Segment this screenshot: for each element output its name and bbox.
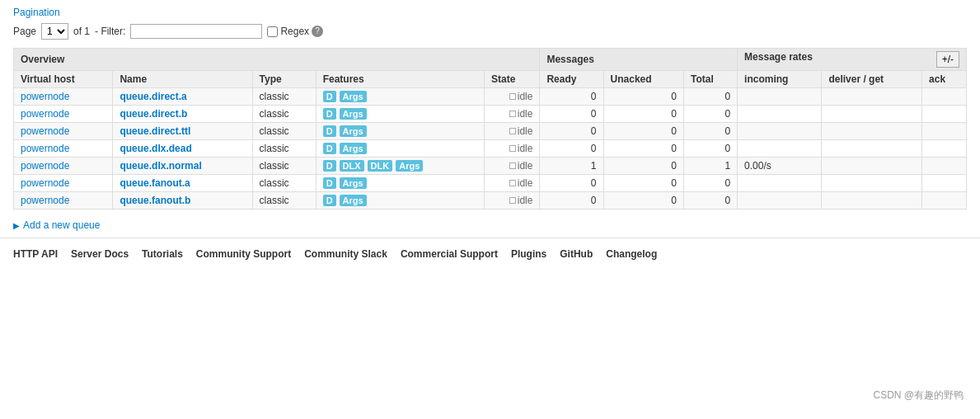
feature-tag-d: D <box>323 91 336 102</box>
cell-ready: 1 <box>540 158 603 175</box>
name-link[interactable]: queue.fanout.b <box>120 195 190 206</box>
cell-type: classic <box>252 88 316 106</box>
table-row: powernodequeue.direct.bclassicDArgsidle0… <box>14 106 967 123</box>
name-link[interactable]: queue.dlx.dead <box>120 143 191 154</box>
col-state: State <box>485 71 540 88</box>
state-text: idle <box>518 160 533 172</box>
col-features: Features <box>316 71 484 88</box>
cell-features: DDLXDLKArgs <box>316 158 484 175</box>
name-link[interactable]: queue.direct.ttl <box>120 125 190 137</box>
feature-tag-args: Args <box>340 143 367 154</box>
col-type: Type <box>252 71 316 88</box>
state-icon <box>509 180 516 186</box>
cell-total: 0 <box>684 123 738 140</box>
state-icon <box>509 111 516 117</box>
cell-deliver-get <box>822 88 922 106</box>
footer-link[interactable]: Community Support <box>196 248 291 260</box>
state-text: idle <box>518 91 533 102</box>
cell-ack <box>922 175 967 192</box>
col-name: Name <box>113 71 252 88</box>
cell-name: queue.direct.ttl <box>113 123 252 140</box>
feature-tag-d: D <box>323 125 336 137</box>
footer-link[interactable]: Community Slack <box>304 248 387 260</box>
cell-ack <box>922 88 967 106</box>
state-text: idle <box>518 108 533 120</box>
vhost-link[interactable]: powernode <box>21 108 69 120</box>
help-icon[interactable]: ? <box>312 26 323 37</box>
vhost-link[interactable]: powernode <box>21 177 69 189</box>
footer-link[interactable]: Tutorials <box>142 248 183 260</box>
table-row: powernodequeue.fanout.aclassicDArgsidle0… <box>14 175 967 192</box>
cell-type: classic <box>252 106 316 123</box>
feature-tag-args: Args <box>340 177 367 189</box>
name-link[interactable]: queue.direct.b <box>120 108 187 120</box>
cell-unacked: 0 <box>603 123 683 140</box>
cell-total: 0 <box>684 88 738 106</box>
cell-deliver-get <box>822 140 922 158</box>
cell-ack <box>922 140 967 158</box>
vhost-link[interactable]: powernode <box>21 143 69 154</box>
feature-tag-d: D <box>323 160 336 172</box>
cell-unacked: 0 <box>603 175 683 192</box>
feature-tag-d: D <box>323 108 336 120</box>
vhost-link[interactable]: powernode <box>21 195 69 206</box>
cell-deliver-get <box>822 192 922 210</box>
feature-tag-args: Args <box>340 195 367 206</box>
cell-state: idle <box>485 106 540 123</box>
pagination-label: Pagination <box>13 7 967 18</box>
footer-link[interactable]: GitHub <box>560 248 593 260</box>
message-rates-header: Message rates +/- <box>738 49 967 71</box>
vhost-link[interactable]: powernode <box>21 125 69 137</box>
cell-total: 0 <box>684 175 738 192</box>
vhost-link[interactable]: powernode <box>21 160 69 172</box>
table-row: powernodequeue.direct.aclassicDArgsidle0… <box>14 88 967 106</box>
cell-name: queue.dlx.dead <box>113 140 252 158</box>
footer-link[interactable]: HTTP API <box>13 248 58 260</box>
plus-minus-button[interactable]: +/- <box>936 51 959 68</box>
cell-vhost: powernode <box>14 123 113 140</box>
regex-label: Regex ? <box>267 26 323 37</box>
cell-ready: 0 <box>540 123 603 140</box>
state-text: idle <box>518 125 533 137</box>
cell-deliver-get <box>822 158 922 175</box>
cell-total: 1 <box>684 158 738 175</box>
table-row: powernodequeue.fanout.bclassicDArgsidle0… <box>14 192 967 210</box>
footer-link[interactable]: Plugins <box>511 248 546 260</box>
name-link[interactable]: queue.direct.a <box>120 91 186 102</box>
page-select[interactable]: 1 <box>41 23 68 40</box>
feature-tag-args: Args <box>340 91 367 102</box>
cell-vhost: powernode <box>14 140 113 158</box>
cell-incoming <box>738 140 822 158</box>
pagination-section: Pagination Page 1 of 1 - Filter: Regex ? <box>0 0 980 45</box>
add-queue-label: Add a new queue <box>23 219 100 231</box>
of-label: of 1 <box>73 26 90 37</box>
cell-unacked: 0 <box>603 88 683 106</box>
feature-tag-dlk: DLK <box>368 160 393 172</box>
footer-link[interactable]: Changelog <box>606 248 657 260</box>
cell-state: idle <box>485 175 540 192</box>
cell-state: idle <box>485 140 540 158</box>
cell-ack <box>922 123 967 140</box>
cell-incoming <box>738 123 822 140</box>
footer-link[interactable]: Commercial Support <box>401 248 498 260</box>
col-unacked: Unacked <box>603 71 683 88</box>
state-text: idle <box>518 177 533 189</box>
cell-ready: 0 <box>540 106 603 123</box>
name-link[interactable]: queue.dlx.normal <box>120 160 201 172</box>
cell-vhost: powernode <box>14 106 113 123</box>
cell-deliver-get <box>822 106 922 123</box>
table-row: powernodequeue.dlx.normalclassicDDLXDLKA… <box>14 158 967 175</box>
add-queue-toggle[interactable]: ▶ Add a new queue <box>13 219 967 231</box>
vhost-link[interactable]: powernode <box>21 91 69 102</box>
cell-unacked: 0 <box>603 192 683 210</box>
regex-checkbox[interactable] <box>267 26 278 37</box>
table-row: powernodequeue.dlx.deadclassicDArgsidle0… <box>14 140 967 158</box>
cell-ack <box>922 106 967 123</box>
filter-input[interactable] <box>130 24 262 39</box>
cell-vhost: powernode <box>14 88 113 106</box>
feature-tag-args: Args <box>340 108 367 120</box>
col-ready: Ready <box>540 71 603 88</box>
name-link[interactable]: queue.fanout.a <box>120 177 190 189</box>
footer-link[interactable]: Server Docs <box>71 248 129 260</box>
cell-ack <box>922 158 967 175</box>
